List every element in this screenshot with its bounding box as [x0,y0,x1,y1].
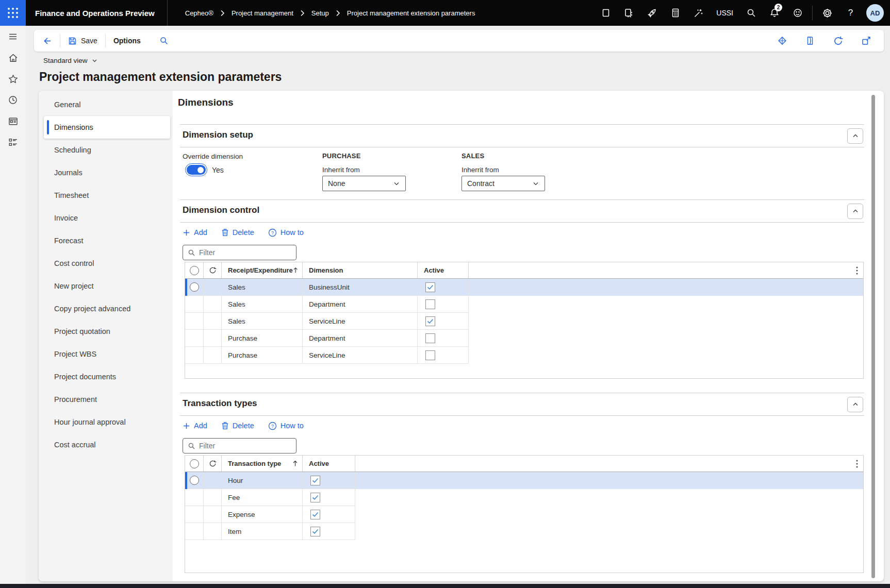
more-options-kebab-icon[interactable] [856,266,858,275]
magic-wand-icon[interactable] [687,0,710,26]
select-all-radio[interactable] [190,266,199,275]
nav-tab-project-quotation[interactable]: Project quotation [44,320,170,343]
table-row[interactable]: PurchaseDepartment [185,330,863,347]
column-header-dimension[interactable]: Dimension [303,262,418,278]
more-options-kebab-icon[interactable] [856,460,858,468]
collapse-section-button[interactable] [847,128,863,144]
sync-icon[interactable] [209,266,217,274]
check-icon [312,512,319,517]
row-radio[interactable] [190,476,199,485]
nav-tab-project-wbs[interactable]: Project WBS [44,343,170,365]
table-row[interactable]: SalesServiceLine [185,313,863,330]
view-selector[interactable]: Standard view [43,57,98,64]
nav-tab-new-project[interactable]: New project [44,275,170,297]
active-checkbox[interactable] [425,282,435,292]
active-checkbox[interactable] [310,510,320,519]
how-to-button[interactable]: ? How to [268,228,304,237]
column-header-active[interactable]: Active [303,456,355,472]
collapse-section-button[interactable] [847,204,863,219]
personalize-icon[interactable] [777,36,787,46]
nav-tab-label: Cost control [54,259,94,267]
options-menu-button[interactable]: Options [113,37,141,45]
purchase-inherit-select[interactable]: None [322,176,406,191]
select-all-cell [185,262,204,278]
column-header-active[interactable]: Active [418,262,469,278]
active-checkbox[interactable] [310,476,320,485]
window-icon[interactable] [594,0,617,26]
filter-input[interactable] [199,248,291,257]
nav-tab-dimensions[interactable]: Dimensions [44,116,170,139]
devices-icon[interactable] [617,0,640,26]
how-to-button[interactable]: ? How to [268,422,304,430]
filter-input[interactable] [199,442,291,450]
nav-tab-copy-project-advanced[interactable]: Copy project advanced [44,297,170,320]
delete-button[interactable]: Delete [221,228,254,237]
nav-tab-hour-journal-approval[interactable]: Hour journal approval [44,411,170,433]
recent-clock-icon[interactable] [7,94,19,106]
table-row[interactable]: SalesDepartment [185,296,863,313]
add-button[interactable]: Add [183,422,207,430]
table-row[interactable]: SalesBusinessUnit [185,279,863,296]
task-recorder-icon[interactable] [805,36,815,46]
calculator-icon[interactable] [664,0,687,26]
active-checkbox[interactable] [425,316,435,326]
table-row[interactable]: Expense [185,506,863,523]
row-radio[interactable] [190,282,199,292]
feedback-smiley-icon[interactable] [786,0,809,26]
nav-tab-forecast[interactable]: Forecast [44,229,170,252]
action-pane-search-button[interactable] [159,36,169,45]
receipt-expenditure-cell: Sales [222,313,303,330]
sales-inherit-select[interactable]: Contract [462,176,545,191]
chevron-up-icon [851,132,860,140]
collapse-section-button[interactable] [847,397,863,412]
rocket-icon[interactable] [640,0,664,26]
delete-button[interactable]: Delete [221,422,254,430]
table-row[interactable]: Hour [185,472,863,489]
nav-tab-cost-control[interactable]: Cost control [44,252,170,275]
help-icon[interactable]: ? [839,0,862,26]
active-checkbox[interactable] [310,527,320,536]
column-header-receipt-expenditure[interactable]: Receipt/Expenditure [222,262,303,278]
nav-tab-cost-accrual[interactable]: Cost accrual [44,433,170,456]
company-selector[interactable]: USSI [710,9,739,17]
breadcrumb-item[interactable]: Project management extension parameters [347,9,475,17]
sync-icon[interactable] [209,460,217,467]
save-button[interactable]: Save [68,37,97,45]
nav-tab-general[interactable]: General [44,93,170,116]
task-list-icon[interactable] [7,136,19,148]
add-button[interactable]: Add [183,228,207,237]
vertical-scrollbar[interactable] [871,95,875,578]
override-dimension-toggle[interactable] [187,165,206,175]
column-header-transaction-type[interactable]: Transaction type [222,456,303,472]
breadcrumb-item[interactable]: Project management [232,9,293,17]
nav-tab-journals[interactable]: Journals [44,161,170,184]
hamburger-menu-icon[interactable] [7,30,19,43]
settings-gear-icon[interactable] [816,0,839,26]
workspaces-icon[interactable] [7,115,19,127]
breadcrumb-item[interactable]: Setup [311,9,329,17]
active-checkbox[interactable] [310,493,320,502]
nav-tab-scheduling[interactable]: Scheduling [44,139,170,161]
active-checkbox[interactable] [425,299,435,309]
active-checkbox[interactable] [425,350,435,360]
breadcrumb-item[interactable]: Cepheo® [185,9,213,17]
active-checkbox[interactable] [425,333,435,343]
refresh-icon[interactable] [833,36,844,46]
select-all-radio[interactable] [190,459,199,468]
table-row[interactable]: Item [185,523,863,540]
favorites-star-icon[interactable] [7,73,19,85]
nav-tab-procurement[interactable]: Procurement [44,388,170,411]
nav-tab-invoice[interactable]: Invoice [44,207,170,229]
nav-tab-project-documents[interactable]: Project documents [44,365,170,388]
search-icon[interactable] [739,0,763,26]
open-in-new-window-icon[interactable] [861,36,871,46]
nav-tab-timesheet[interactable]: Timesheet [44,184,170,207]
table-row[interactable]: Fee [185,489,863,506]
app-launcher-waffle-icon[interactable] [0,0,26,26]
user-avatar[interactable]: AD [866,4,884,22]
home-icon[interactable] [7,52,19,64]
table-row[interactable]: PurchaseServiceLine [185,347,863,364]
notifications-bell-icon[interactable]: 2 [763,0,786,26]
content-heading: Dimensions [178,97,234,108]
back-button[interactable] [42,36,52,46]
